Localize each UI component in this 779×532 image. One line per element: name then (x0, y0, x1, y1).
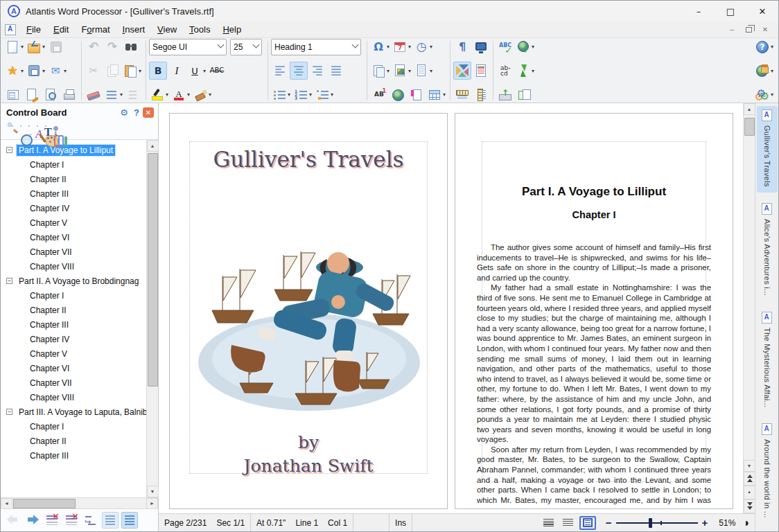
align-right-button[interactable] (308, 62, 326, 80)
previous-page-button[interactable] (744, 472, 755, 486)
tree-expander[interactable]: − (6, 147, 12, 153)
format-painter-button[interactable]: ▾ (192, 86, 213, 104)
vertical-ruler-button[interactable] (472, 86, 490, 104)
cb-fonts-button[interactable]: TA (41, 123, 45, 127)
web-home-button[interactable]: ▾ (754, 62, 775, 80)
font-size-combo[interactable]: 25 (230, 39, 262, 55)
cb-styles-button[interactable] (33, 123, 37, 127)
font-name-combo[interactable]: Segoe UI (149, 39, 227, 55)
insert-time-button[interactable]: ◷▾ (413, 38, 434, 56)
eraser-button[interactable] (85, 86, 103, 104)
close-button[interactable]: ✕ (746, 1, 778, 21)
new-document-button[interactable]: ▾ (4, 38, 25, 56)
print-button[interactable] (60, 86, 78, 104)
autocorrect-button[interactable]: ▾ (515, 62, 536, 80)
page-setup-button[interactable] (23, 86, 41, 104)
numbered-list-button[interactable]: 1 2 3▾ (292, 86, 313, 104)
spellcheck-button[interactable]: ABC✓ (496, 38, 514, 56)
document-icon[interactable]: A (5, 24, 16, 35)
select-browse-object-button[interactable]: • (744, 486, 755, 499)
insert-mode-segment[interactable]: Ins (390, 514, 412, 531)
doc-scroll-thumb[interactable] (744, 118, 755, 136)
contrast-toggle[interactable]: ◑ (741, 514, 755, 531)
underline-button[interactable]: U▾ (186, 62, 207, 80)
mdi-close-button[interactable]: ✕ (758, 24, 773, 36)
insert-file-button[interactable]: ▾ (370, 62, 391, 80)
tree-vertical-scrollbar[interactable]: ▲ ▼ (146, 140, 158, 497)
highlighter-button[interactable]: ▾ (149, 86, 170, 104)
zoom-in-button[interactable]: + (702, 517, 708, 529)
tree-expander[interactable]: − (6, 278, 12, 284)
align-center-button[interactable] (290, 62, 308, 80)
tree-scroll-thumb[interactable] (148, 153, 158, 387)
tree-item[interactable]: Chapter III (1, 448, 146, 463)
zoom-slider[interactable] (616, 517, 698, 529)
tree-item[interactable]: Chapter VIII (1, 259, 146, 274)
tree-item[interactable]: Chapter II (1, 303, 146, 317)
menu-insert[interactable]: Insert (116, 22, 152, 37)
mdi-minimize-button[interactable]: – (724, 24, 739, 36)
control-board-close-button[interactable]: ✕ (143, 107, 154, 118)
page-status-segment[interactable]: Page 2/231 Sec 1/1 (159, 514, 251, 531)
delete-subheadings-button[interactable]: ✕ (63, 512, 80, 529)
document-vertical-scrollbar[interactable]: ▲ ▼ • (743, 103, 755, 513)
menu-file[interactable]: File (20, 22, 47, 37)
insert-footnote-button[interactable]: AB1 (370, 86, 388, 104)
web-lookup-button[interactable]: ✓▾ (515, 38, 536, 56)
maximize-button[interactable]: □ (715, 1, 746, 21)
send-mail-button[interactable]: ✉▾ (47, 62, 68, 80)
align-left-button[interactable] (271, 62, 289, 80)
tree-item[interactable]: Chapter III (1, 317, 146, 332)
onscreen-keyboard-button[interactable]: ↑ (496, 86, 514, 104)
insert-date-button[interactable]: 7▾ (392, 38, 412, 56)
show-full-outline-button[interactable] (121, 512, 138, 529)
zoom-percentage[interactable]: 51% (712, 518, 735, 528)
tree-item[interactable]: Chapter V (1, 346, 146, 361)
font-color-button[interactable]: A▾ (170, 86, 191, 104)
document-tab[interactable]: AGulliver's Travels (757, 106, 778, 193)
borders-button[interactable]: ▾ (103, 86, 124, 104)
insert-picture-button[interactable]: ▾ (392, 62, 412, 80)
insert-table-button[interactable]: ▾ (426, 86, 447, 104)
zoom-slider-thumb[interactable] (649, 518, 652, 528)
minimize-button[interactable]: – (683, 1, 715, 21)
save-as-button[interactable]: ▾ (26, 62, 46, 80)
insert-hyperlink-button[interactable] (389, 86, 407, 104)
cb-headings-button[interactable] (8, 123, 12, 127)
tree-item[interactable]: Chapter V (1, 215, 146, 230)
italic-button[interactable]: I (168, 62, 186, 80)
menu-format[interactable]: Format (75, 22, 116, 37)
page-1[interactable]: Gulliver's Travels (169, 113, 448, 509)
mdi-restore-button[interactable] (741, 24, 756, 36)
doc-scroll-up-button[interactable]: ▲ (744, 103, 755, 115)
tree-item[interactable]: Chapter II (1, 434, 146, 448)
cb-zoom-button[interactable] (17, 131, 21, 135)
horizontal-ruler-button[interactable] (453, 86, 471, 104)
tree-scroll-up-button[interactable]: ▲ (147, 140, 159, 152)
tree-scroll-down-button[interactable]: ▼ (147, 486, 159, 497)
strikethrough-button[interactable]: ABC (208, 62, 226, 80)
full-screen-button[interactable] (472, 38, 490, 56)
justify-button[interactable] (327, 62, 345, 80)
page-2[interactable]: Part I. A Voyage to Lilliput Chapter I T… (455, 113, 733, 509)
paste-button[interactable]: ▾ (122, 62, 143, 80)
tree-item[interactable]: Chapter VI (1, 361, 146, 375)
insert-bookmark-button[interactable] (408, 86, 426, 104)
tree-scroll-right-button[interactable]: ► (146, 498, 158, 509)
tree-item[interactable]: Chapter III (1, 186, 146, 201)
document-tab[interactable]: AAlice's Adventures i... (757, 200, 778, 301)
cb-outline-button[interactable] (24, 123, 28, 127)
typing-aid-button[interactable] (515, 86, 533, 104)
hyphenation-button[interactable]: ab-cd (496, 62, 514, 80)
control-board-help-button[interactable]: ? (130, 106, 143, 118)
tree-item[interactable]: Chapter IV (1, 332, 146, 346)
tree-item[interactable]: Chapter VIII (1, 390, 146, 405)
tree-item[interactable]: Chapter II (1, 172, 146, 186)
print-layout-view-button[interactable] (579, 516, 596, 530)
tree-scroll-left-button[interactable]: ◄ (1, 498, 12, 509)
tree-item[interactable]: Chapter IV (1, 201, 146, 215)
body-text[interactable]: The author gives some account of himself… (477, 242, 711, 504)
tree-expander[interactable]: − (6, 409, 12, 415)
nav-forward-button[interactable] (24, 512, 41, 529)
menu-edit[interactable]: Edit (47, 22, 75, 37)
